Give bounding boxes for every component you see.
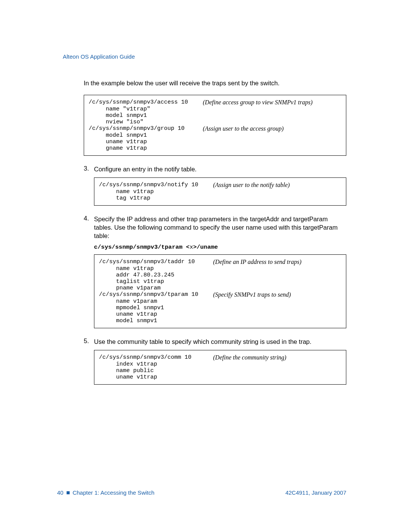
step-text: Specify the IP address and other trap pa… — [94, 215, 346, 240]
bold-command: c/sys/ssnmp/snmpv3/tparam <x>/uname — [94, 244, 346, 251]
code-note: (Define access group to view SNMPv1 trap… — [203, 99, 312, 106]
main-content: In the example below the user will recei… — [63, 79, 346, 385]
code-cmd: nview "iso" — [89, 119, 203, 125]
code-cmd: uname v1trap — [99, 374, 213, 380]
code-cmd: taglist v1trap — [99, 278, 213, 285]
code-cmd: model snmpv1 — [99, 318, 213, 324]
code-cmd: /c/sys/ssnmp/snmpv3/access 10 — [89, 99, 203, 106]
code-cmd: uname v1trap — [89, 139, 203, 145]
step-list: Configure an entry in the notify table. … — [84, 165, 346, 384]
code-cmd: mpmodel snmpv1 — [99, 305, 213, 311]
code-box-1: /c/sys/ssnmp/snmpv3/access 10(Define acc… — [84, 95, 346, 156]
code-note: (Assign user to the notify table) — [213, 182, 290, 189]
code-box-2: /c/sys/ssnmp/snmpv3/notify 10(Assign use… — [94, 177, 346, 206]
code-cmd: /c/sys/ssnmp/snmpv3/group 10 — [89, 125, 203, 132]
code-cmd: gname v1trap — [89, 145, 203, 152]
step-3: Configure an entry in the notify table. … — [84, 165, 346, 205]
code-cmd: pname v1param — [99, 285, 213, 291]
code-cmd: /c/sys/ssnmp/snmpv3/notify 10 — [99, 182, 213, 189]
step-text: Use the community table to specify which… — [94, 337, 346, 346]
step-4: Specify the IP address and other trap pa… — [84, 215, 346, 329]
doc-header: Alteon OS Application Guide — [63, 53, 346, 60]
code-box-4: /c/sys/ssnmp/snmpv3/comm 10(Define the c… — [94, 350, 346, 385]
code-cmd: /c/sys/ssnmp/snmpv3/comm 10 — [99, 354, 213, 361]
code-cmd: name public — [99, 367, 213, 374]
code-cmd: index v1trap — [99, 361, 213, 367]
code-cmd: name "v1trap" — [89, 106, 203, 112]
page-footer: 40 Chapter 1: Accessing the Switch 42C49… — [57, 489, 346, 496]
code-note: (Define the community string) — [213, 354, 286, 361]
footer-left: 40 Chapter 1: Accessing the Switch — [57, 489, 155, 496]
page-number: 40 — [57, 489, 64, 496]
code-cmd: tag v1trap — [99, 195, 213, 201]
code-box-3: /c/sys/ssnmp/snmpv3/taddr 10(Define an I… — [94, 254, 346, 328]
code-note: (Specify SNMPv1 traps to send) — [213, 291, 291, 298]
page: Alteon OS Application Guide In the examp… — [0, 0, 411, 532]
chapter-label: Chapter 1: Accessing the Switch — [73, 489, 155, 496]
code-cmd: name v1param — [99, 298, 213, 305]
step-5: Use the community table to specify which… — [84, 337, 346, 384]
code-note: (Define an IP address to send traps) — [213, 259, 301, 265]
code-note: (Assign user to the access group) — [203, 125, 284, 132]
step-text: Configure an entry in the notify table. — [94, 165, 346, 173]
code-cmd: uname v1trap — [99, 311, 213, 318]
intro-text: In the example below the user will recei… — [84, 79, 346, 87]
code-cmd: model snmpv1 — [89, 132, 203, 139]
code-cmd: /c/sys/ssnmp/snmpv3/tparam 10 — [99, 291, 213, 298]
doc-id: 42C4911, January 2007 — [285, 489, 346, 496]
code-cmd: name v1trap — [99, 189, 213, 195]
code-cmd: /c/sys/ssnmp/snmpv3/taddr 10 — [99, 259, 213, 265]
square-bullet-icon — [67, 491, 70, 494]
code-cmd: addr 47.80.23.245 — [99, 272, 213, 278]
code-cmd: name v1trap — [99, 265, 213, 272]
code-cmd: model snmpv1 — [89, 112, 203, 119]
